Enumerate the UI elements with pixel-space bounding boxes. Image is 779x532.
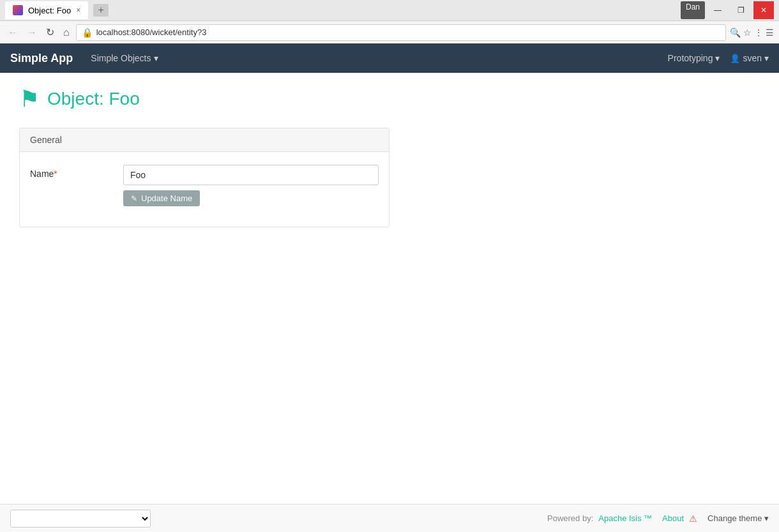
section-header: General (20, 128, 389, 152)
back-button[interactable]: ← (5, 26, 20, 40)
more-icon[interactable]: ⋮ (754, 27, 763, 38)
url-lock-icon: 🔒 (82, 27, 93, 38)
title-bar-left: Object: Foo × + (5, 1, 109, 19)
tab-favicon-icon (13, 5, 23, 15)
user-label: sven (743, 53, 762, 63)
navbar-brand[interactable]: Simple App (10, 52, 73, 65)
browser-chrome: Object: Foo × + Dan — ❐ ✕ ← → ↻ ⌂ 🔒 loca… (0, 0, 779, 43)
change-theme-dropdown-icon: ▾ (764, 513, 769, 523)
form-body: Name* ✎ Update Name (20, 152, 389, 227)
warning-icon: ⚠ (689, 513, 697, 524)
update-icon: ✎ (131, 194, 137, 203)
title-bar: Object: Foo × + Dan — ❐ ✕ (0, 0, 779, 20)
navbar-right: Prototyping ▾ 👤 sven ▾ (668, 53, 769, 63)
user-icon: 👤 (730, 54, 740, 63)
user-menu[interactable]: 👤 sven ▾ (730, 53, 769, 63)
page-title: Object: Foo (47, 89, 140, 109)
new-tab-button[interactable]: + (93, 4, 109, 17)
toolbar-right: 🔍 ☆ ⋮ ☰ (730, 27, 774, 38)
footer-select[interactable] (10, 510, 151, 528)
page-title-area: ⚑ Object: Foo (19, 86, 760, 112)
tab-close-button[interactable]: × (76, 6, 80, 15)
reload-button[interactable]: ↻ (43, 25, 57, 40)
required-indicator: * (54, 169, 57, 179)
prototyping-label: Prototyping (668, 53, 713, 63)
prototyping-dropdown-icon: ▾ (715, 53, 720, 63)
footer: Powered by: Apache Isis ™ About ⚠ Change… (0, 504, 779, 532)
address-bar: ← → ↻ ⌂ 🔒 localhost:8080/wicket/entity?3… (0, 20, 779, 43)
change-theme-label: Change theme (707, 513, 762, 523)
footer-right: Powered by: Apache Isis ™ About ⚠ Change… (547, 513, 769, 524)
name-label: Name* (30, 165, 113, 179)
name-input[interactable] (123, 165, 379, 185)
app-wrapper: Simple App Simple Objects ▾ Prototyping … (0, 43, 779, 532)
change-theme-menu[interactable]: Change theme ▾ (707, 513, 769, 523)
url-bar[interactable]: 🔒 localhost:8080/wicket/entity?3 (76, 24, 726, 41)
window-controls: Dan — ❐ ✕ (681, 1, 774, 19)
prototyping-menu[interactable]: Prototyping ▾ (668, 53, 720, 63)
user-dropdown-icon: ▾ (764, 53, 769, 63)
simple-objects-menu[interactable]: Simple Objects ▾ (86, 50, 163, 66)
update-name-label: Update Name (141, 194, 192, 203)
tab-title: Object: Foo (28, 6, 71, 15)
powered-by-label: Powered by: (547, 513, 593, 523)
name-field-group: Name* ✎ Update Name (30, 165, 379, 206)
general-section: General Name* ✎ Update Name (19, 128, 390, 227)
name-controls: ✎ Update Name (123, 165, 379, 206)
restore-button[interactable]: ❐ (730, 1, 751, 19)
navbar: Simple App Simple Objects ▾ Prototyping … (0, 43, 779, 73)
about-link[interactable]: About (662, 513, 684, 523)
footer-left (10, 510, 151, 528)
simple-objects-label: Simple Objects (91, 53, 151, 63)
active-tab[interactable]: Object: Foo × (5, 1, 88, 19)
apache-isis-link[interactable]: Apache Isis ™ (598, 513, 652, 523)
search-icon[interactable]: 🔍 (730, 27, 741, 38)
browser-user-label: Dan (681, 1, 705, 19)
main-content: ⚑ Object: Foo General Name* ✎ Update Nam… (0, 73, 779, 504)
home-button[interactable]: ⌂ (61, 26, 72, 40)
bookmark-icon[interactable]: ☆ (743, 27, 752, 38)
simple-objects-dropdown-icon: ▾ (154, 53, 158, 63)
update-name-button[interactable]: ✎ Update Name (123, 190, 200, 206)
forward-button[interactable]: → (24, 26, 40, 40)
menu-icon[interactable]: ☰ (766, 27, 774, 38)
close-button[interactable]: ✕ (753, 1, 774, 19)
minimize-button[interactable]: — (707, 1, 728, 19)
url-text: localhost:8080/wicket/entity?3 (96, 27, 720, 37)
flag-icon: ⚑ (19, 86, 40, 112)
